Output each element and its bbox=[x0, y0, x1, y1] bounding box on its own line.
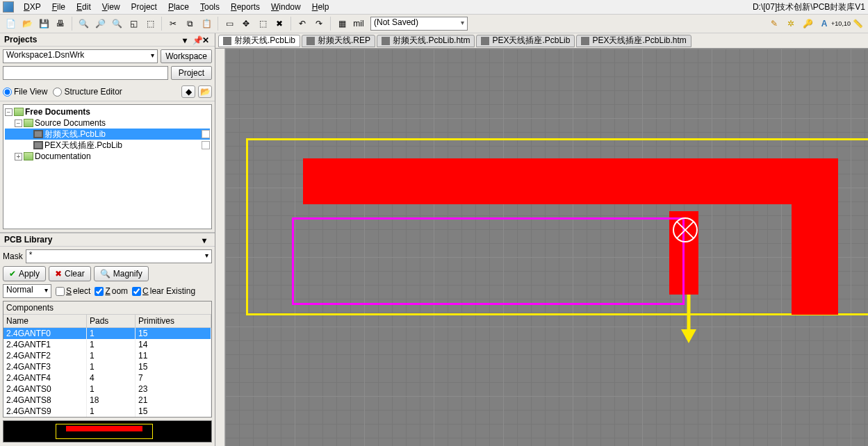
editor-area: 射频天线.PcbLib射频天线.REP射频天线.PcbLib.htmPEX天线插… bbox=[215, 33, 868, 446]
document-tab[interactable]: 射频天线.PcbLib bbox=[218, 35, 300, 47]
workspace-combo[interactable]: Workspace1.DsnWrk bbox=[3, 49, 158, 63]
select-checkbox[interactable]: Select bbox=[56, 286, 90, 296]
menu-dxp[interactable]: DDXPXP bbox=[18, 1, 47, 13]
col-name[interactable]: Name bbox=[3, 315, 87, 327]
fit-icon[interactable]: ◱ bbox=[126, 16, 141, 31]
panel-dropdown-icon[interactable]: ▾ bbox=[183, 35, 191, 44]
zoom-checkbox[interactable]: Zoom bbox=[95, 286, 128, 296]
svg-marker-3 bbox=[681, 329, 696, 343]
table-row[interactable]: 2.4GANTS9115 bbox=[3, 406, 211, 417]
dim-icon[interactable]: 📏 bbox=[850, 16, 865, 31]
components-grid[interactable]: Components Name Pads Primitives 2.4GANTF… bbox=[3, 301, 212, 418]
copper-region-horizontal[interactable] bbox=[303, 158, 838, 204]
ruler-gutter bbox=[215, 49, 225, 446]
gear-icon[interactable]: ✲ bbox=[783, 16, 799, 31]
select-icon[interactable]: ▭ bbox=[222, 16, 237, 31]
col-primitives[interactable]: Primitives bbox=[136, 315, 211, 327]
clear-icon[interactable]: ✖ bbox=[272, 16, 287, 31]
move-icon[interactable]: ✥ bbox=[238, 16, 254, 31]
pen-icon[interactable]: ✎ bbox=[767, 16, 782, 31]
key-icon[interactable]: 🔑 bbox=[800, 16, 815, 31]
structure-editor-radio[interactable]: Structure Editor bbox=[53, 87, 122, 97]
tree-file-rf-antenna[interactable]: 射频天线.PcbLib bbox=[44, 129, 106, 140]
file-view-radio[interactable]: File View bbox=[3, 87, 47, 97]
save-icon[interactable]: 💾 bbox=[36, 16, 51, 31]
proj-refresh-icon[interactable]: 📂 bbox=[198, 85, 212, 98]
col-pads[interactable]: Pads bbox=[87, 315, 136, 327]
tree-documentation[interactable]: Documentation bbox=[35, 151, 91, 161]
units-icon[interactable]: mil bbox=[351, 16, 366, 31]
menu-file[interactable]: File bbox=[47, 1, 71, 13]
open-icon[interactable]: 📂 bbox=[19, 16, 35, 31]
table-row[interactable]: 2.4GANTF0115 bbox=[3, 328, 211, 339]
menu-window[interactable]: Window bbox=[265, 1, 306, 13]
title-path: D:\[07]技术创新\PCB封装库V1 bbox=[753, 1, 865, 13]
component-preview bbox=[3, 420, 212, 443]
table-row[interactable]: 2.4GANTF1114 bbox=[3, 339, 211, 350]
table-row[interactable]: 2.4GANTS81821 bbox=[3, 395, 211, 406]
clear-button[interactable]: ✖Clear bbox=[49, 266, 91, 281]
new-icon[interactable]: 📄 bbox=[3, 16, 18, 31]
grid-icon[interactable]: ▦ bbox=[334, 16, 350, 31]
txt-icon bbox=[306, 37, 315, 45]
snapshot-combo[interactable]: (Not Saved) bbox=[370, 17, 468, 31]
document-tab[interactable]: 射频天线.PcbLib.htm bbox=[377, 35, 475, 47]
document-tab[interactable]: 射频天线.REP bbox=[302, 35, 375, 47]
tree-file-pex-antenna[interactable]: PEX天线插座.PcbLib bbox=[44, 140, 122, 151]
tree-source-documents[interactable]: Source Documents bbox=[35, 118, 106, 128]
origin-marker-icon bbox=[673, 217, 698, 242]
left-panel-stack: Projects ▾📌✕ Workspace1.DsnWrk Workspace… bbox=[0, 33, 215, 446]
pcb-icon bbox=[481, 37, 489, 45]
apply-button[interactable]: ✔Apply bbox=[3, 266, 46, 281]
zoom-area-icon[interactable]: ⬚ bbox=[142, 16, 158, 31]
panel-pin-icon[interactable]: 📌 bbox=[193, 35, 201, 44]
magnify-button[interactable]: 🔍Magnify bbox=[94, 266, 149, 281]
text-a-icon[interactable]: A bbox=[817, 16, 832, 31]
lib-dropdown-icon[interactable]: ▾ bbox=[202, 236, 211, 244]
panel-close-icon[interactable]: ✕ bbox=[202, 35, 211, 44]
project-button[interactable]: Project bbox=[171, 66, 212, 80]
menu-tools[interactable]: Tools bbox=[195, 1, 225, 13]
print-icon[interactable]: 🖶 bbox=[53, 16, 68, 31]
menu-view[interactable]: View bbox=[97, 1, 126, 13]
mask-combo[interactable]: * bbox=[26, 249, 212, 263]
paste-icon[interactable]: 📋 bbox=[199, 16, 214, 31]
document-tab[interactable]: PEX天线插座.PcbLib.htm bbox=[576, 35, 691, 47]
zoom-in-icon[interactable]: 🔎 bbox=[92, 16, 108, 31]
tree-free-documents[interactable]: Free Documents bbox=[25, 107, 90, 117]
table-row[interactable]: 2.4GANTF447 bbox=[3, 372, 211, 383]
keepout-region[interactable] bbox=[292, 217, 685, 305]
projects-tree[interactable]: −Free Documents −Source Documents 射频天线.P… bbox=[3, 104, 212, 229]
zoom-out-icon[interactable]: 🔍 bbox=[109, 16, 124, 31]
mode-combo[interactable]: Normal bbox=[3, 284, 51, 298]
pcb-library-title: PCB Library bbox=[4, 235, 52, 245]
table-row[interactable]: 2.4GANTF3115 bbox=[3, 361, 211, 372]
undo-icon[interactable]: ↶ bbox=[295, 16, 310, 31]
document-tab[interactable]: PEX天线插座.PcbLib bbox=[476, 35, 575, 47]
table-row[interactable]: 2.4GANTF2111 bbox=[3, 350, 211, 361]
app-logo-icon bbox=[3, 1, 14, 13]
menu-reports[interactable]: Reports bbox=[225, 1, 265, 13]
menu-place[interactable]: Place bbox=[163, 1, 195, 13]
deselect-icon[interactable]: ⬚ bbox=[255, 16, 270, 31]
main-toolbar: 📄 📂 💾 🖶 🔍 🔎 🔍 ◱ ⬚ ✂ ⧉ 📋 ▭ ✥ ⬚ ✖ ↶ ↷ ▦ mi… bbox=[0, 14, 868, 33]
menu-bar: DDXPXP File Edit View Project Place Tool… bbox=[0, 0, 868, 14]
preview-icon[interactable]: 🔍 bbox=[76, 16, 91, 31]
workspace-button[interactable]: Workspace bbox=[161, 49, 212, 63]
htm-icon bbox=[382, 37, 390, 45]
proj-options-icon[interactable]: ◆ bbox=[181, 85, 195, 98]
copy-icon[interactable]: ⧉ bbox=[182, 16, 197, 31]
clear-existing-checkbox[interactable]: Clear Existing bbox=[132, 286, 195, 296]
cut-icon[interactable]: ✂ bbox=[165, 16, 181, 31]
table-row[interactable]: 2.4GANTS0123 bbox=[3, 383, 211, 395]
coord-icon[interactable]: +10,10 bbox=[833, 16, 849, 31]
redo-icon[interactable]: ↷ bbox=[311, 16, 327, 31]
copper-region-vertical[interactable] bbox=[792, 158, 838, 315]
pcb-canvas[interactable] bbox=[225, 49, 868, 446]
project-path-input[interactable] bbox=[3, 66, 168, 80]
doc-status-icon bbox=[202, 130, 210, 138]
direction-arrow-icon bbox=[678, 295, 699, 343]
menu-edit[interactable]: Edit bbox=[71, 1, 97, 13]
menu-project[interactable]: Project bbox=[126, 1, 163, 13]
menu-help[interactable]: Help bbox=[306, 1, 335, 13]
